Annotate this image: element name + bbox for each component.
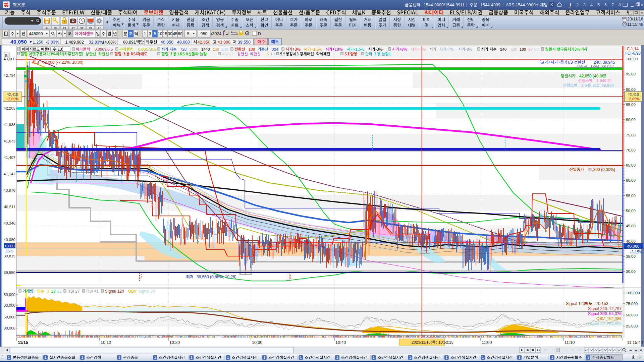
svg-text:10:40: 10:40 — [335, 340, 346, 345]
svg-text:+: + — [635, 348, 637, 353]
svg-text:1: 1 — [154, 356, 156, 359]
svg-text:43,000: 43,000 — [218, 40, 230, 45]
svg-text:240: 39,945: 240: 39,945 — [594, 60, 615, 65]
svg-text:10: 10 — [158, 32, 162, 36]
svg-text:×: × — [641, 2, 643, 7]
svg-text:720: 720 — [180, 47, 186, 51]
svg-text:−: − — [629, 348, 632, 353]
svg-text:39,550 (0,88%, 10:28): 39,550 (0,88%, 10:28) — [197, 275, 236, 279]
svg-text:1,250: 1,250 — [33, 40, 43, 45]
svg-text:32.83%: 32.83% — [89, 40, 103, 45]
svg-text:RSI 27: RSI 27 — [67, 289, 80, 294]
svg-text:: 70,153: : 70,153 — [594, 301, 608, 306]
svg-text:1: 1 — [482, 356, 484, 359]
svg-text:00,000: 00,000 — [4, 326, 15, 330]
svg-text:240: 240 — [500, 47, 506, 51]
svg-text:S6: S6 — [89, 26, 92, 29]
svg-text:-3,15%: -3,15% — [630, 250, 643, 254]
svg-text:0,000: 0,000 — [5, 244, 14, 248]
svg-text:1440: 1440 — [201, 47, 210, 51]
svg-text:1544-9000/1544-9911: 1544-9000/1544-9911 — [424, 3, 465, 7]
svg-text:1884: 38,027: 1884: 38,027 — [590, 64, 614, 69]
svg-text:LC:1,14: LC:1,14 — [625, 47, 639, 51]
svg-text:‖: ‖ — [1, 357, 2, 360]
svg-text:RSI 27: RSI 27 — [222, 52, 233, 56]
svg-text:S1: S1 — [45, 26, 48, 29]
svg-text:950: 950 — [201, 32, 208, 36]
svg-text:1: 1 — [551, 356, 553, 359]
svg-text:8: 8 — [619, 2, 621, 7]
svg-text:27: 27 — [528, 47, 533, 51]
svg-text:41,142: 41,142 — [4, 172, 15, 176]
svg-text:▼: ▼ — [29, 40, 33, 44]
svg-text:Signal 240: 72,797: Signal 240: 72,797 — [588, 306, 622, 311]
svg-text:150: 150 — [213, 47, 219, 51]
svg-text:S3: S3 — [63, 26, 66, 29]
svg-text:90,00: 90,00 — [626, 87, 636, 92]
svg-text:6: 6 — [604, 2, 607, 7]
svg-text:11:10: 11:10 — [565, 340, 575, 345]
svg-text:11:15:40: 11:15:40 — [627, 340, 643, 345]
svg-text:-3.03%: -3.03% — [46, 40, 59, 45]
svg-text:S4: S4 — [71, 26, 75, 29]
svg-text:00,000: 00,000 — [4, 303, 15, 307]
svg-text:40,000: 40,000 — [177, 40, 190, 45]
svg-text:42,410: 42,410 — [628, 93, 639, 97]
svg-text:40,611: 40,611 — [4, 205, 15, 209]
svg-text:40,050: 40,050 — [161, 40, 173, 45]
svg-text:39,550: 39,550 — [238, 40, 251, 45]
svg-text:OBV: OBV — [128, 289, 137, 294]
svg-text:A: A — [640, 348, 643, 353]
svg-text:1544-4989: 1544-4989 — [480, 3, 500, 7]
svg-text:60,00: 60,00 — [626, 178, 636, 182]
svg-text:OBV: 152,386: OBV: 152,386 — [596, 316, 622, 321]
svg-text:45,00: 45,00 — [626, 224, 636, 228]
svg-text:K: K — [550, 3, 553, 7]
svg-text:100,000: 100,000 — [626, 291, 640, 295]
svg-text:3: 3 — [149, 32, 151, 36]
svg-text:60: 60 — [534, 47, 539, 51]
svg-text:/3024: /3024 — [211, 32, 221, 36]
svg-text:2: 2 — [576, 2, 579, 7]
svg-text:15: 15 — [163, 32, 167, 36]
svg-text:1: 1 — [8, 356, 10, 359]
svg-text:11:15:46: 11:15:46 — [627, 22, 643, 27]
svg-text:1: 1 — [300, 356, 302, 359]
svg-text:Signal 30: 262,886: Signal 30: 262,886 — [588, 321, 622, 326]
svg-text:0,0009,0,5: 0,0009,0,5 — [95, 47, 113, 51]
svg-text:43,000 (-7,21%, 10:00): 43,000 (-7,21%, 10:00) — [42, 60, 84, 65]
svg-text:55,00: 55,00 — [626, 194, 636, 198]
svg-text:1: 1 — [82, 356, 84, 359]
svg-text:1: 1 — [45, 356, 47, 359]
svg-text:35,00: 35,00 — [626, 254, 636, 258]
svg-text:100,00: 100,00 — [626, 57, 638, 61]
svg-text:ARS 1544-9900: ARS 1544-9900 — [506, 3, 536, 7]
svg-text:Signal 300: 54,326: Signal 300: 54,326 — [588, 311, 622, 316]
svg-text:50,000: 50,000 — [626, 313, 638, 317]
svg-text:50,000: 50,000 — [4, 293, 15, 297]
svg-text:95,00: 95,00 — [626, 72, 636, 76]
svg-text:1: 1 — [144, 32, 146, 36]
svg-text:30: 30 — [168, 32, 172, 36]
svg-text:1 646,31: 1 646,31 — [596, 78, 612, 83]
svg-text:5: 5 — [597, 2, 600, 7]
svg-text:0,0017,0,5: 0,0017,0,5 — [138, 47, 156, 51]
svg-text:|: | — [466, 2, 467, 7]
svg-text:40,050: 40,050 — [10, 39, 27, 45]
svg-text:5: 5 — [267, 52, 269, 56]
svg-text:445090: 445090 — [29, 32, 43, 36]
svg-text:11/15: 11/15 — [18, 340, 28, 345]
svg-text:×: × — [641, 11, 643, 15]
svg-text:65,00: 65,00 — [626, 163, 636, 167]
svg-text:1: 1 — [264, 356, 266, 359]
svg-text:39,815: 39,815 — [4, 254, 15, 258]
svg-text:RSI 41: RSI 41 — [86, 289, 99, 294]
svg-text:180: 180 — [520, 47, 526, 51]
svg-text:60: 60 — [178, 32, 182, 36]
svg-text:42,734: 42,734 — [4, 73, 16, 77]
svg-text:41,938: 41,938 — [4, 123, 15, 127]
svg-text:75,00: 75,00 — [626, 133, 636, 137]
svg-text:5: 5 — [187, 32, 190, 36]
svg-text:) 10:52:15: ) 10:52:15 — [436, 340, 453, 344]
svg-text:41,300 (0,00%): 41,300 (0,00%) — [588, 167, 615, 172]
